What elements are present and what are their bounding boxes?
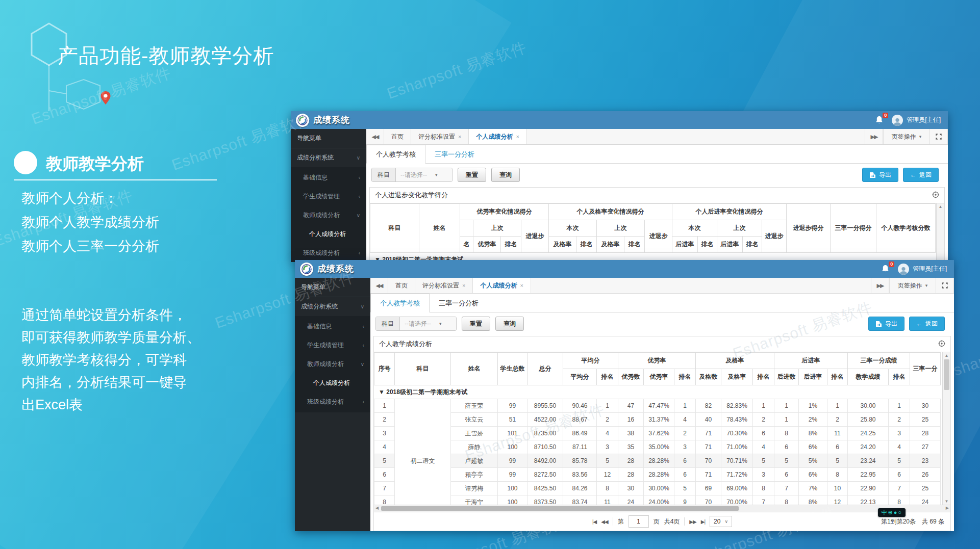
vertical-scrollbar[interactable]: ▲ ▼	[942, 352, 950, 505]
subject-select[interactable]: --请选择--▾	[396, 168, 452, 181]
table-cell: 1	[374, 399, 395, 413]
map-pin-icon	[100, 91, 111, 105]
tab-home[interactable]: 首页	[388, 278, 415, 293]
sidebar-item-score-analysis-system[interactable]: 成绩分析系统∨	[291, 148, 366, 167]
export-button[interactable]: 导出	[868, 317, 904, 331]
tab-label: 评分标准设置	[418, 133, 455, 141]
table-cell: 35	[618, 440, 644, 454]
sidebar-item-personal-score-analysis[interactable]: 个人成绩分析	[295, 374, 370, 393]
back-label: 返回	[919, 171, 932, 179]
table-cell: 24.20	[848, 440, 889, 454]
sidebar-item-student-score[interactable]: 学生成绩管理‹	[295, 336, 370, 355]
page-number-input[interactable]	[629, 515, 649, 528]
scroll-right-icon[interactable]: ▶	[946, 506, 949, 510]
table-cell: 28.28%	[644, 468, 674, 482]
column-header: 学生总数	[498, 353, 527, 385]
table-cell: 99	[498, 399, 527, 413]
sidebar-item-class-score-analysis[interactable]: 班级成绩分析‹	[295, 393, 370, 411]
subtab-three-rates-one-score[interactable]: 三率一分分析	[430, 294, 488, 312]
table-cell: 薛玉荣	[451, 399, 498, 413]
horizontal-scrollbar[interactable]: ◀ ▶	[374, 505, 950, 512]
first-page-button[interactable]: |◀	[592, 519, 596, 525]
expand-tabs-icon[interactable]: ▶▶	[865, 129, 883, 144]
table-cell: 1	[827, 399, 848, 413]
collapse-tabs-icon[interactable]: ◀◀	[366, 129, 384, 144]
expand-tabs-icon[interactable]: ▶▶	[871, 278, 889, 293]
back-button[interactable]: ← 返回	[909, 317, 945, 331]
gear-icon[interactable]	[938, 340, 945, 349]
fullscreen-icon[interactable]	[936, 278, 954, 293]
previous-page-button[interactable]: ◀◀	[601, 519, 608, 525]
sidebar-item-basic-info[interactable]: 基础信息‹	[291, 168, 366, 187]
reset-button[interactable]: 重置	[462, 317, 490, 331]
scroll-down-icon[interactable]: ▼	[943, 499, 950, 504]
notification-bell-icon[interactable]: 0	[875, 116, 884, 125]
sidebar-item-student-score[interactable]: 学生成绩管理‹	[291, 187, 366, 206]
sidebar-item-score-analysis-system[interactable]: 成绩分析系统∨	[295, 297, 370, 316]
column-header: 个人及格率变化情况得分	[549, 204, 672, 220]
fullscreen-icon[interactable]	[929, 129, 948, 144]
subject-field: 科目 --请选择--▾	[371, 168, 453, 182]
reset-button[interactable]: 重置	[458, 168, 486, 182]
table-cell: 24	[910, 495, 941, 505]
toolbar: 科目 --请选择--▾ 重置 查询 导出 ← 返回	[366, 164, 948, 186]
sidebar-item-teacher-score[interactable]: 教师成绩分析∨	[295, 355, 370, 374]
group-row-toggle[interactable]: ▼ 2018级初二第一学期期末考试	[374, 385, 941, 399]
column-header: 后进率	[774, 353, 848, 369]
scrollbar-thumb[interactable]	[381, 506, 739, 511]
sidebar-item-teacher-score[interactable]: 教师成绩分析∨	[291, 206, 366, 225]
scrollbar-thumb[interactable]	[944, 359, 949, 390]
next-page-button[interactable]: ▶▶	[689, 519, 696, 525]
column-header: 排名	[597, 369, 618, 385]
sidebar-item-personal-score-analysis[interactable]: 个人成绩分析	[291, 225, 366, 244]
scroll-left-icon[interactable]: ◀	[375, 506, 379, 510]
notification-bell-icon[interactable]: 0	[882, 265, 890, 274]
tab-home[interactable]: 首页	[384, 129, 411, 144]
export-button[interactable]: 导出	[862, 168, 898, 182]
last-page-button[interactable]: ▶|	[701, 519, 705, 525]
table-cell: 6	[374, 468, 395, 482]
table-cell: 6	[827, 440, 848, 454]
tab-personal-score-analysis[interactable]: 个人成绩分析×	[473, 278, 531, 293]
query-button[interactable]: 查询	[491, 168, 520, 182]
notification-badge: 0	[883, 113, 888, 118]
tab-operations-dropdown[interactable]: 页签操作▾	[889, 278, 936, 293]
table-cell: 4	[374, 440, 395, 454]
tab-personal-score-analysis[interactable]: 个人成绩分析×	[469, 129, 526, 144]
tab-operations-dropdown[interactable]: 页签操作▾	[883, 129, 929, 144]
chevron-left-icon: ‹	[363, 343, 364, 348]
page-size-select[interactable]: 20∨	[710, 516, 732, 527]
back-button[interactable]: ← 返回	[903, 168, 939, 182]
sidebar-item-label: 基础信息	[303, 173, 328, 182]
vertical-scrollbar[interactable]: ▲	[936, 203, 944, 262]
subtab-three-rates-one-score[interactable]: 三率一分分析	[425, 145, 484, 164]
sidebar-item-label: 教师成绩分析	[303, 211, 340, 220]
table-cell: 1	[774, 413, 799, 427]
admin-user[interactable]: 管理员[主任]	[892, 115, 941, 126]
query-button[interactable]: 查询	[495, 317, 524, 331]
close-icon[interactable]: ×	[462, 282, 465, 289]
admin-user[interactable]: 管理员[主任]	[898, 264, 947, 275]
gear-icon[interactable]	[932, 191, 939, 200]
close-icon[interactable]: ×	[516, 134, 519, 140]
admin-name: 管理员[主任]	[913, 265, 947, 273]
tab-scoring-standard[interactable]: 评分标准设置×	[411, 129, 469, 144]
close-icon[interactable]: ×	[458, 134, 461, 140]
table-cell: 5	[674, 482, 696, 495]
subtab-personal-teaching-assessment[interactable]: 个人教学考核	[370, 294, 430, 312]
scroll-up-icon[interactable]: ▲	[937, 204, 944, 209]
sidebar-item-basic-info[interactable]: 基础信息‹	[295, 317, 370, 336]
subject-select[interactable]: --请选择--▾	[400, 317, 456, 330]
table-cell: 8955.50	[527, 399, 563, 413]
close-icon[interactable]: ×	[520, 282, 523, 289]
column-header: 三率一分得分	[831, 204, 876, 253]
subtab-personal-teaching-assessment[interactable]: 个人教学考核	[366, 145, 425, 164]
tab-scoring-standard[interactable]: 评分标准设置×	[415, 278, 473, 293]
sidebar-item-class-score-analysis[interactable]: 班级成绩分析‹	[291, 244, 366, 262]
column-header: 后进率	[799, 369, 827, 385]
progress-score-table: 科目姓名优秀率变化情况得分个人及格率变化情况得分个人后进率变化情况得分进退步得分…	[370, 203, 936, 262]
collapse-tabs-icon[interactable]: ◀◀	[370, 278, 388, 293]
scroll-up-icon[interactable]: ▲	[943, 353, 950, 358]
paragraph-teacher-analysis: 教师个人分析： 教师个人教学成绩分析 教师个人三率一分分析	[21, 187, 159, 258]
tab-label: 首页	[391, 133, 404, 141]
